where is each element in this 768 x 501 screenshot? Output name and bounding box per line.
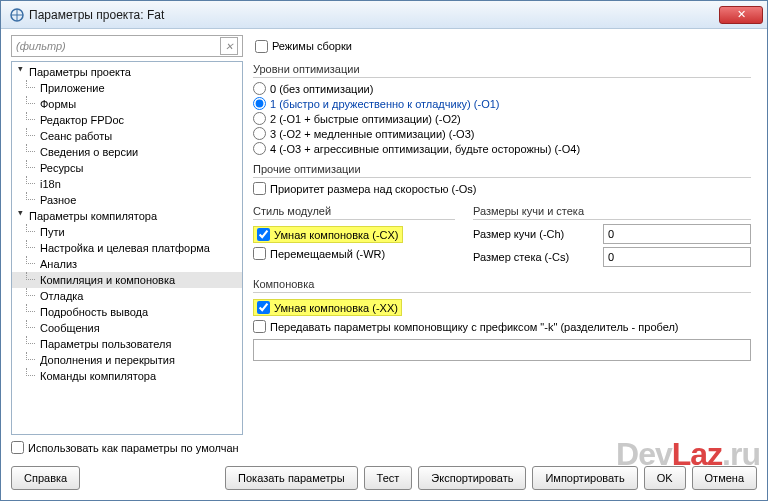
build-modes-checkbox[interactable]: Режимы сборки [255, 40, 352, 53]
close-button[interactable]: ✕ [719, 6, 763, 24]
tree-item[interactable]: Анализ [12, 256, 242, 272]
tree-item[interactable]: Ресурсы [12, 160, 242, 176]
import-button[interactable]: Импортировать [532, 466, 637, 490]
tree-item[interactable]: Команды компилятора [12, 368, 242, 384]
titlebar: Параметры проекта: Fat ✕ [1, 1, 767, 29]
heap-label: Размер кучи (-Ch) [473, 228, 597, 240]
group-heap: Размеры кучи и стека [473, 205, 751, 220]
filter-clear-icon[interactable]: ✕ [220, 37, 238, 55]
opt-o4[interactable]: 4 (-O3 + агрессивные оптимизации, будьте… [253, 142, 751, 155]
group-linking: Компоновка [253, 278, 751, 293]
link-pass-k[interactable]: Передавать параметры компоновщику с преф… [253, 320, 751, 333]
export-button[interactable]: Экспортировать [418, 466, 526, 490]
opt-size[interactable]: Приоритет размера над скоростью (-Os) [253, 182, 751, 195]
opt-o0[interactable]: 0 (без оптимизации) [253, 82, 751, 95]
cancel-button[interactable]: Отмена [692, 466, 757, 490]
button-bar: Справка Показать параметры Тест Экспорти… [1, 460, 767, 500]
opt-o1[interactable]: 1 (быстро и дружественно к отладчику) (-… [253, 97, 751, 110]
app-icon [9, 7, 25, 23]
tree-item[interactable]: Сведения о версии [12, 144, 242, 160]
tree-group-compiler[interactable]: Параметры компилятора [12, 208, 242, 224]
use-as-default-label: Использовать как параметры по умолчан [28, 442, 239, 454]
heap-input[interactable] [603, 224, 751, 244]
group-other-opt: Прочие оптимизации [253, 163, 751, 178]
tree-item[interactable]: Подробность вывода [12, 304, 242, 320]
opt-o2[interactable]: 2 (-O1 + быстрые оптимизации) (-O2) [253, 112, 751, 125]
tree-item[interactable]: Разное [12, 192, 242, 208]
tree-item[interactable]: Отладка [12, 288, 242, 304]
opt-o3[interactable]: 3 (-O2 + медленные оптимизации) (-O3) [253, 127, 751, 140]
filter-input[interactable]: (фильтр) ✕ [11, 35, 243, 57]
tree-item[interactable]: Сообщения [12, 320, 242, 336]
link-smart-xx[interactable]: Умная компоновка (-XX) [253, 299, 402, 316]
link-params-input[interactable] [253, 339, 751, 361]
stack-input[interactable] [603, 247, 751, 267]
tree-item[interactable]: i18n [12, 176, 242, 192]
nav-tree[interactable]: Параметры проекта Приложение Формы Редак… [11, 61, 243, 435]
show-params-button[interactable]: Показать параметры [225, 466, 358, 490]
settings-panel: Уровни оптимизации 0 (без оптимизации) 1… [253, 61, 757, 435]
tree-item[interactable]: Настройка и целевая платформа [12, 240, 242, 256]
unit-smart-cx[interactable]: Умная компоновка (-CX) [253, 226, 403, 243]
test-button[interactable]: Тест [364, 466, 413, 490]
help-button[interactable]: Справка [11, 466, 80, 490]
group-opt-levels: Уровни оптимизации [253, 63, 751, 78]
tree-group-project[interactable]: Параметры проекта [12, 64, 242, 80]
use-as-default-checkbox[interactable] [11, 441, 24, 454]
tree-item[interactable]: Параметры пользователя [12, 336, 242, 352]
unit-reloc-wr[interactable]: Перемещаемый (-WR) [253, 247, 455, 260]
ok-button[interactable]: OK [644, 466, 686, 490]
tree-item[interactable]: Сеанс работы [12, 128, 242, 144]
tree-item[interactable]: Пути [12, 224, 242, 240]
stack-label: Размер стека (-Cs) [473, 251, 597, 263]
tree-item-selected[interactable]: Компиляция и компоновка [12, 272, 242, 288]
tree-item[interactable]: Редактор FPDoc [12, 112, 242, 128]
window-title: Параметры проекта: Fat [29, 8, 719, 22]
filter-placeholder: (фильтр) [16, 40, 220, 52]
tree-item[interactable]: Формы [12, 96, 242, 112]
tree-item[interactable]: Приложение [12, 80, 242, 96]
group-unit-style: Стиль модулей [253, 205, 455, 220]
tree-item[interactable]: Дополнения и перекрытия [12, 352, 242, 368]
